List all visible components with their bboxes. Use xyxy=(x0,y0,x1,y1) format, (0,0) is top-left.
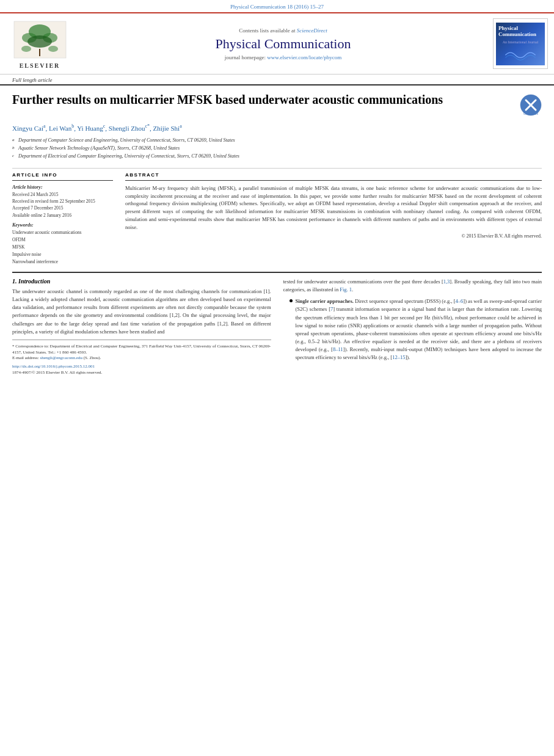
abstract-divider xyxy=(125,180,542,181)
authors-section: Xingyu Caia, Lei Wanb, Yi Huangc, Shengl… xyxy=(0,120,554,164)
right-intro-para1: tested for underwater acoustic communica… xyxy=(283,278,542,294)
elsevier-logo-area: ELSEVIER xyxy=(6,18,73,69)
body-section: 1. Introduction The underwater acoustic … xyxy=(0,278,554,376)
sciencedirect-line: Contents lists available at ScienceDirec… xyxy=(239,27,327,34)
article-info-column: ARTICLE INFO Article history: Received 2… xyxy=(12,172,113,266)
title-section: Further results on multicarrier MFSK bas… xyxy=(0,85,554,120)
svg-point-7 xyxy=(48,46,58,52)
article-type: Full length article xyxy=(0,75,554,85)
article-info-divider xyxy=(12,180,113,181)
journal-homepage: journal homepage: www.elsevier.com/locat… xyxy=(225,54,341,60)
history-label: Article history: xyxy=(12,184,113,190)
elsevier-wordmark: ELSEVIER xyxy=(20,62,60,69)
logo-title-physical: PhysicalCommunication xyxy=(498,25,536,38)
bullet-title-1: Single carrier approaches. xyxy=(296,298,354,304)
section-divider-1 xyxy=(12,168,542,169)
journal-header: ELSEVIER Contents lists available at Sci… xyxy=(0,12,554,75)
intro-para1: The underwater acoustic channel is commo… xyxy=(12,288,271,336)
ref-8-11: 8–11 xyxy=(333,346,343,352)
body-divider xyxy=(12,272,542,273)
footnote-doi: http://dx.doi.org/10.1016/j.phycom.2015.… xyxy=(12,364,271,370)
crossmark-logo: CrossMark xyxy=(520,94,542,116)
citation-text: Physical Communication 18 (2016) 15–27 xyxy=(230,4,324,10)
homepage-link[interactable]: www.elsevier.com/locate/phycom xyxy=(267,54,341,60)
ref-7: 7 xyxy=(330,306,333,312)
author-cai: Xingyu Cai xyxy=(12,125,43,132)
email-link[interactable]: shengli@engr.uconn.edu xyxy=(40,355,82,360)
author-zhou: Shengli Zhou xyxy=(109,125,145,132)
footnote-star: * Correspondence to: Department of Elect… xyxy=(12,344,271,356)
bullet-item-1: Single carrier approaches. Direct sequen… xyxy=(290,297,542,362)
author-wan: Lei Wan xyxy=(49,125,71,132)
abstract-text: Multicarrier M-ary frequency shift keyin… xyxy=(125,184,542,231)
authors-line: Xingyu Caia, Lei Wanb, Yi Huangc, Shengl… xyxy=(12,122,542,134)
ref-1-3: 1,3 xyxy=(443,278,450,285)
bullet-list: Single carrier approaches. Direct sequen… xyxy=(283,297,542,362)
elsevier-tree-logo xyxy=(11,18,69,61)
ref-12-15: 12–15 xyxy=(392,354,405,360)
journal-title: Physical Communication xyxy=(216,36,351,52)
author-shi: Zhijie Shi xyxy=(153,125,180,132)
svg-text:CrossMark: CrossMark xyxy=(523,112,539,115)
journal-title-area: Contents lists available at ScienceDirec… xyxy=(79,18,487,69)
doi-link[interactable]: http://dx.doi.org/10.1016/j.phycom.2015.… xyxy=(12,364,95,369)
ref-4-6: 4–6 xyxy=(456,298,464,304)
affil-b: b Aquatic Sensor Network Technology (Aqu… xyxy=(12,145,542,153)
journal-citation: Physical Communication 18 (2016) 15–27 xyxy=(0,0,554,12)
author-huang: Yi Huang xyxy=(77,125,103,132)
article-info-header: ARTICLE INFO xyxy=(12,172,113,178)
logo-wave-graphic xyxy=(502,48,539,63)
footnote-divider xyxy=(12,340,271,340)
svg-point-4 xyxy=(27,35,52,48)
body-left-column: 1. Introduction The underwater acoustic … xyxy=(12,278,271,376)
body-right-column: tested for underwater acoustic communica… xyxy=(283,278,542,376)
affil-a: a Department of Computer Science and Eng… xyxy=(12,137,542,145)
bullet-dot-1 xyxy=(290,299,293,302)
footnote-email: E-mail address: shengli@engr.uconn.edu (… xyxy=(12,355,271,362)
sciencedirect-link[interactable]: ScienceDirect xyxy=(297,27,327,34)
abstract-header: ABSTRACT xyxy=(125,172,542,178)
physical-communication-logo: PhysicalCommunication An International J… xyxy=(496,23,545,65)
keywords-list: Underwater acoustic communications OFDM … xyxy=(12,229,113,266)
affiliations: a Department of Computer Science and Eng… xyxy=(12,137,542,160)
article-history: Received 24 March 2015 Received in revis… xyxy=(12,191,113,219)
svg-point-6 xyxy=(21,46,31,52)
logo-subtext: An International Journal xyxy=(503,40,539,45)
article-title: Further results on multicarrier MFSK bas… xyxy=(12,92,520,107)
bullet-text-1: Single carrier approaches. Direct sequen… xyxy=(296,297,542,362)
keywords-label: Keywords: xyxy=(12,222,113,228)
journal-brand-logo: PhysicalCommunication An International J… xyxy=(493,18,548,69)
footnote-issn: 1874-4907/© 2015 Elsevier B.V. All right… xyxy=(12,370,271,376)
article-info-abstract: ARTICLE INFO Article history: Received 2… xyxy=(0,172,554,266)
intro-section-title: 1. Introduction xyxy=(12,278,271,285)
fig1-link: Fig. 1 xyxy=(340,286,352,293)
abstract-column: ABSTRACT Multicarrier M-ary frequency sh… xyxy=(125,172,542,266)
copyright: © 2015 Elsevier B.V. All rights reserved… xyxy=(125,233,542,239)
affil-c: c Department of Electrical and Computer … xyxy=(12,153,542,161)
